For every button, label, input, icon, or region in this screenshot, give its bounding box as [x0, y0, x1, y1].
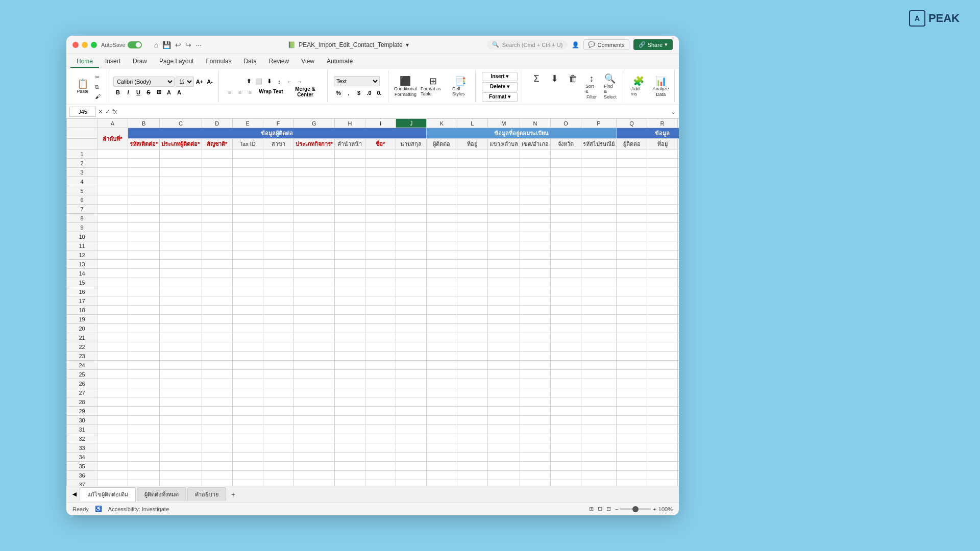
cell-6-10[interactable]	[426, 195, 457, 205]
cell-23-13[interactable]	[520, 352, 550, 361]
cell-5-18[interactable]	[678, 186, 679, 195]
fill-button[interactable]: ⬇	[547, 73, 563, 101]
format-button[interactable]: Format ▾	[482, 92, 518, 102]
cell-15-5[interactable]	[263, 278, 293, 287]
cell-18-12[interactable]	[487, 306, 520, 315]
cell-22-16[interactable]	[617, 342, 647, 352]
cell-36-9[interactable]	[396, 471, 426, 480]
cell-32-10[interactable]	[426, 434, 457, 443]
cell-13-13[interactable]	[520, 260, 550, 269]
cell-27-15[interactable]	[581, 388, 617, 397]
cell-12-13[interactable]	[520, 251, 550, 260]
cell-15-14[interactable]	[551, 278, 581, 287]
page-layout-view-icon[interactable]: ⊡	[598, 506, 602, 512]
cell-7-7[interactable]	[334, 205, 365, 214]
cell-12-5[interactable]	[263, 251, 293, 260]
cell-1A[interactable]	[97, 149, 128, 159]
cell-30-11[interactable]	[457, 416, 487, 425]
minimize-button[interactable]	[82, 42, 88, 48]
cell-14-1[interactable]	[128, 269, 160, 278]
cell-3D[interactable]	[202, 168, 232, 177]
cell-22-0[interactable]	[97, 342, 128, 352]
cell-32-6[interactable]	[293, 434, 334, 443]
cell-2M[interactable]	[487, 159, 520, 168]
cell-36-10[interactable]	[426, 471, 457, 480]
cell-27-17[interactable]	[647, 388, 678, 397]
cell-3N[interactable]	[520, 168, 550, 177]
cell-26-3[interactable]	[202, 379, 232, 388]
cell-9-17[interactable]	[647, 223, 678, 232]
bold-button[interactable]: B	[113, 88, 122, 97]
cell-7-10[interactable]	[426, 205, 457, 214]
cell-34-9[interactable]	[396, 453, 426, 462]
cell-21-3[interactable]	[202, 333, 232, 342]
cell-13-7[interactable]	[334, 260, 365, 269]
cell-7-17[interactable]	[647, 205, 678, 214]
cell-37-8[interactable]	[365, 480, 396, 486]
cell-6-0[interactable]	[97, 195, 128, 205]
cell-26-10[interactable]	[426, 379, 457, 388]
cell-23-2[interactable]	[160, 352, 202, 361]
cell-15-7[interactable]	[334, 278, 365, 287]
cell-13-10[interactable]	[426, 260, 457, 269]
cell-5-4[interactable]	[232, 186, 263, 195]
cell-2E[interactable]	[232, 159, 263, 168]
cell-24-16[interactable]	[617, 361, 647, 370]
cell-31-3[interactable]	[202, 425, 232, 434]
cell-26-6[interactable]	[293, 379, 334, 388]
cell-13-4[interactable]	[232, 260, 263, 269]
cell-26-1[interactable]	[128, 379, 160, 388]
cell-23-4[interactable]	[232, 352, 263, 361]
cell-17-13[interactable]	[520, 296, 550, 306]
cell-28-4[interactable]	[232, 397, 263, 407]
analyze-data-button[interactable]: 📊 Analyze Data	[651, 76, 670, 98]
cell-34-0[interactable]	[97, 453, 128, 462]
cell-8-2[interactable]	[160, 214, 202, 223]
cell-16-14[interactable]	[551, 287, 581, 296]
cell-25-10[interactable]	[426, 370, 457, 379]
cut-button[interactable]: ✂	[93, 73, 103, 82]
tab-draw[interactable]: Draw	[127, 56, 153, 68]
cell-13-9[interactable]	[396, 260, 426, 269]
cell-11-11[interactable]	[457, 241, 487, 251]
cell-37-2[interactable]	[160, 480, 202, 486]
align-middle-button[interactable]: ⬜	[254, 77, 263, 86]
cell-27-4[interactable]	[232, 388, 263, 397]
comments-button[interactable]: 💬 Comments	[583, 39, 629, 50]
cell-21-6[interactable]	[293, 333, 334, 342]
cell-17-0[interactable]	[97, 296, 128, 306]
cell-styles-button[interactable]: 📑 Cell Styles	[450, 76, 471, 97]
cell-7-4[interactable]	[232, 205, 263, 214]
cell-17-9[interactable]	[396, 296, 426, 306]
cell-22-8[interactable]	[365, 342, 396, 352]
cell-33-17[interactable]	[647, 443, 678, 453]
cell-33-16[interactable]	[617, 443, 647, 453]
cell-36-13[interactable]	[520, 471, 550, 480]
cell-5-16[interactable]	[617, 186, 647, 195]
cell-3I[interactable]	[365, 168, 396, 177]
cell-32-4[interactable]	[232, 434, 263, 443]
cell-2J[interactable]	[396, 159, 426, 168]
cell-4-6[interactable]	[293, 177, 334, 186]
cell-10-6[interactable]	[293, 232, 334, 241]
cell-17-11[interactable]	[457, 296, 487, 306]
cell-6-16[interactable]	[617, 195, 647, 205]
cell-19-5[interactable]	[263, 315, 293, 324]
cell-18-14[interactable]	[551, 306, 581, 315]
cell-34-2[interactable]	[160, 453, 202, 462]
col-header-E[interactable]: E	[232, 119, 263, 128]
cell-36-12[interactable]	[487, 471, 520, 480]
cell-16-3[interactable]	[202, 287, 232, 296]
cell-35-10[interactable]	[426, 462, 457, 471]
cell-3B[interactable]	[128, 168, 160, 177]
cell-20-3[interactable]	[202, 324, 232, 333]
cell-4-9[interactable]	[396, 177, 426, 186]
cell-16-17[interactable]	[647, 287, 678, 296]
cell-25-14[interactable]	[551, 370, 581, 379]
cell-11-15[interactable]	[581, 241, 617, 251]
cell-20-5[interactable]	[263, 324, 293, 333]
cell-37-4[interactable]	[232, 480, 263, 486]
cell-10-15[interactable]	[581, 232, 617, 241]
cell-22-12[interactable]	[487, 342, 520, 352]
cell-27-0[interactable]	[97, 388, 128, 397]
